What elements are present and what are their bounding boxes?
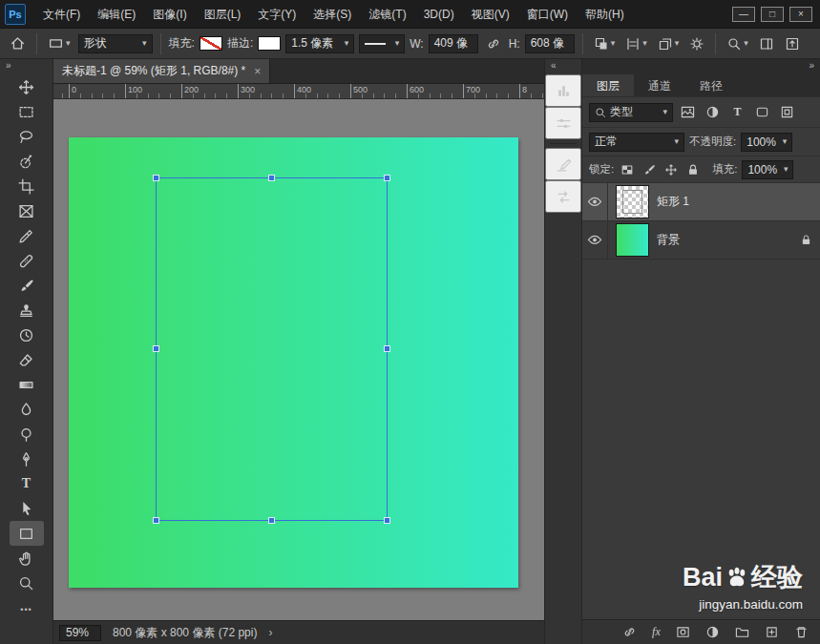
home-button[interactable]	[7, 33, 29, 53]
new-adjustment-layer-button[interactable]	[705, 625, 720, 639]
stroke-swatch[interactable]	[258, 36, 281, 51]
shape-handle-bottom-left[interactable]	[153, 517, 159, 524]
history-brush-tool[interactable]	[0, 322, 53, 347]
close-button[interactable]: ×	[789, 7, 812, 22]
rectangle-shape-path[interactable]	[156, 177, 388, 521]
move-tool[interactable]	[0, 74, 53, 99]
canvas-pasteboard[interactable]	[53, 99, 544, 620]
menu-edit[interactable]: 编辑(E)	[90, 0, 143, 29]
quick-selection-tool[interactable]	[0, 149, 53, 174]
menu-select[interactable]: 选择(S)	[305, 0, 359, 29]
rectangle-tool[interactable]	[10, 521, 44, 546]
layer-style-button[interactable]: fx	[652, 625, 661, 639]
filter-pixel-layers-button[interactable]	[678, 103, 698, 121]
dock-double-arrow-panel-button[interactable]	[545, 180, 581, 213]
menu-layer[interactable]: 图层(L)	[197, 0, 249, 29]
new-group-button[interactable]	[735, 625, 749, 639]
link-layers-button[interactable]	[622, 625, 637, 639]
visibility-toggle[interactable]	[582, 221, 608, 259]
tab-paths[interactable]: 路径	[685, 74, 737, 96]
dock-sliders-panel-button[interactable]	[545, 107, 581, 139]
stroke-type-select[interactable]: ▾	[359, 34, 405, 53]
shape-handle-bottom-right[interactable]	[384, 517, 390, 524]
dodge-tool[interactable]	[0, 422, 53, 447]
tool-mode-select[interactable]: 形状 ▾	[78, 34, 153, 53]
layer-thumbnail[interactable]	[617, 186, 648, 218]
delete-layer-button[interactable]	[794, 625, 809, 639]
layer-thumbnail[interactable]	[617, 224, 648, 256]
workspace-button[interactable]	[782, 34, 803, 53]
blend-mode-select[interactable]: 正常 ▾	[589, 133, 684, 152]
edit-toolbar-button[interactable]: •••	[0, 597, 53, 622]
fill-input[interactable]: 100% ▾	[742, 160, 793, 179]
width-input[interactable]: 409 像	[429, 34, 478, 53]
pen-tool[interactable]	[0, 447, 53, 471]
toolbar-collapse-button[interactable]: »	[0, 59, 53, 74]
layer-name[interactable]: 矩形 1	[657, 194, 812, 210]
zoom-level-input[interactable]: 59%	[59, 625, 101, 641]
layer-name[interactable]: 背景	[657, 232, 800, 248]
document-tab[interactable]: 未标题-1 @ 59% (矩形 1, RGB/8#) * ×	[53, 59, 270, 83]
menu-window[interactable]: 窗口(W)	[519, 0, 576, 29]
filter-adjustment-layers-button[interactable]	[703, 103, 723, 121]
opacity-input[interactable]: 100% ▾	[741, 133, 792, 152]
menu-filter[interactable]: 滤镜(T)	[361, 0, 413, 29]
shape-handle-middle-left[interactable]	[153, 345, 159, 352]
shape-handle-top-right[interactable]	[384, 175, 390, 181]
lock-transparency-button[interactable]	[619, 161, 636, 177]
path-alignment-button[interactable]: ▾	[622, 34, 650, 53]
add-layer-mask-button[interactable]	[676, 625, 690, 639]
crop-tool[interactable]	[0, 174, 53, 198]
fill-swatch[interactable]	[200, 36, 222, 51]
shape-settings-button[interactable]	[686, 34, 707, 53]
tab-close-icon[interactable]: ×	[254, 65, 261, 78]
stroke-width-select[interactable]: 1.5 像素 ▾	[285, 34, 354, 53]
blur-tool[interactable]	[0, 397, 53, 422]
height-input[interactable]: 608 像	[525, 34, 575, 53]
path-operations-button[interactable]: ▾	[591, 34, 619, 53]
layer-row-rectangle-1[interactable]: 矩形 1	[582, 183, 820, 221]
path-arrangement-button[interactable]: ▾	[655, 34, 683, 53]
healing-brush-tool[interactable]	[0, 248, 53, 273]
filter-type-layers-button[interactable]: T	[727, 103, 747, 121]
tab-channels[interactable]: 通道	[634, 74, 685, 96]
shape-handle-middle-right[interactable]	[384, 345, 390, 352]
dock-collapse-button[interactable]: «	[545, 59, 581, 74]
lock-image-button[interactable]	[641, 161, 658, 177]
filter-smart-objects-button[interactable]	[777, 103, 797, 121]
canvas-image[interactable]	[69, 137, 518, 588]
frame-tool[interactable]	[0, 198, 53, 223]
menu-help[interactable]: 帮助(H)	[578, 0, 632, 29]
rectangular-marquee-tool[interactable]	[0, 99, 53, 124]
minimize-button[interactable]: —	[732, 7, 755, 22]
hand-tool[interactable]	[0, 546, 53, 571]
menu-type[interactable]: 文字(Y)	[250, 0, 304, 29]
layer-filter-select[interactable]: 类型 ▾	[589, 103, 673, 122]
filter-shape-layers-button[interactable]	[752, 103, 772, 121]
link-dimensions-button[interactable]	[483, 34, 504, 53]
clone-stamp-tool[interactable]	[0, 298, 53, 322]
dock-bars-panel-button[interactable]	[545, 74, 581, 107]
menu-view[interactable]: 视图(V)	[464, 0, 517, 29]
panel-toggle-button[interactable]	[756, 34, 777, 53]
type-tool[interactable]: T	[0, 471, 53, 496]
new-layer-button[interactable]	[765, 625, 779, 639]
tab-layers[interactable]: 图层	[582, 74, 634, 96]
gradient-tool[interactable]	[0, 372, 53, 397]
brush-tool[interactable]	[0, 273, 53, 298]
search-button[interactable]: ▾	[724, 34, 751, 53]
zoom-tool[interactable]	[0, 571, 53, 595]
maximize-button[interactable]: □	[761, 7, 784, 22]
visibility-toggle[interactable]	[582, 183, 608, 220]
menu-file[interactable]: 文件(F)	[35, 0, 88, 29]
layer-row-background[interactable]: 背景	[582, 221, 820, 260]
status-chevron-icon[interactable]: ›	[268, 626, 272, 639]
lock-all-button[interactable]	[684, 161, 702, 177]
shape-handle-top-middle[interactable]	[268, 175, 275, 181]
menu-3d[interactable]: 3D(D)	[416, 0, 462, 29]
shape-handle-bottom-middle[interactable]	[268, 517, 275, 524]
path-selection-tool[interactable]	[0, 496, 53, 521]
lock-position-button[interactable]	[662, 161, 680, 177]
shape-handle-top-left[interactable]	[153, 175, 159, 181]
eyedropper-tool[interactable]	[0, 223, 53, 248]
